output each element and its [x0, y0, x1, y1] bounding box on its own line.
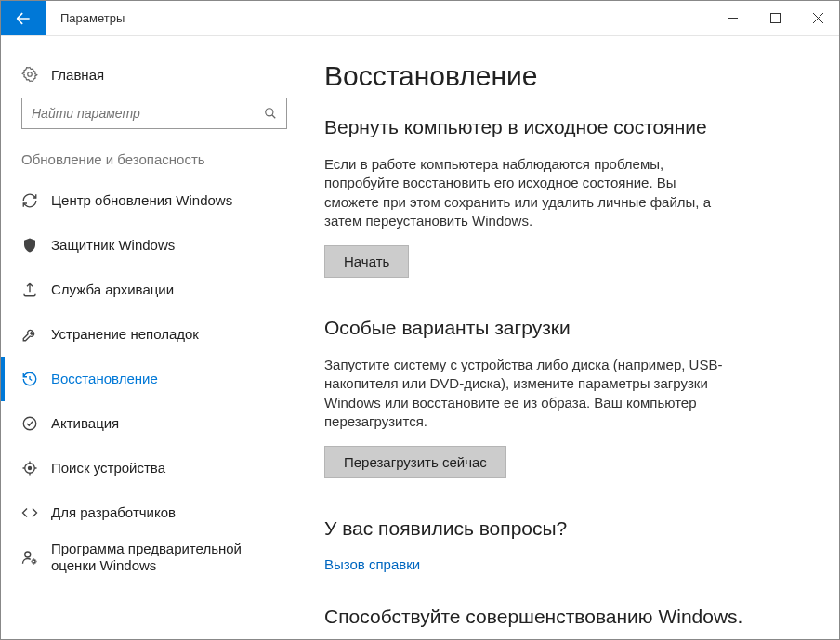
person-settings-icon: [21, 549, 38, 566]
sidebar-item-label: Активация: [51, 415, 119, 432]
sidebar-item-defender[interactable]: Защитник Windows: [1, 223, 308, 268]
sidebar-item-find-device[interactable]: Поиск устройства: [1, 446, 308, 490]
sidebar: Главная Обновление и безопасность Центр …: [1, 36, 308, 639]
sidebar-item-recovery[interactable]: Восстановление: [1, 357, 308, 401]
sidebar-item-label: Для разработчиков: [51, 504, 176, 521]
check-circle-icon: [21, 415, 38, 432]
close-icon: [813, 13, 823, 23]
sidebar-item-backup[interactable]: Служба архивации: [1, 268, 308, 312]
sidebar-item-label: Поиск устройства: [51, 460, 165, 477]
gear-icon: [21, 66, 38, 83]
sidebar-item-label: Защитник Windows: [51, 237, 175, 254]
page-title: Восстановление: [324, 60, 811, 92]
reset-start-button[interactable]: Начать: [324, 245, 409, 278]
close-button[interactable]: [796, 1, 839, 35]
main-content: Восстановление Вернуть компьютер в исход…: [308, 36, 839, 639]
sidebar-home-label: Главная: [51, 67, 104, 83]
sidebar-home[interactable]: Главная: [1, 59, 308, 98]
svg-point-5: [29, 467, 32, 470]
svg-point-6: [25, 552, 31, 557]
locate-icon: [21, 460, 38, 477]
upload-icon: [21, 281, 38, 298]
history-icon: [21, 371, 38, 387]
maximize-button[interactable]: [754, 1, 796, 35]
sidebar-item-label: Восстановление: [51, 371, 158, 387]
search-icon: [264, 107, 277, 120]
reset-pc-description: Если в работе компьютера наблюдаются про…: [324, 155, 733, 230]
minimize-button[interactable]: [711, 1, 754, 35]
questions-heading: У вас появились вопросы?: [324, 517, 811, 540]
arrow-left-icon: [14, 9, 33, 28]
sidebar-item-label: Программа предварительной оценки Windows: [51, 541, 287, 574]
advanced-startup-heading: Особые варианты загрузки: [324, 317, 811, 339]
sidebar-item-activation[interactable]: Активация: [1, 401, 308, 446]
sync-icon: [21, 192, 38, 209]
svg-point-2: [266, 109, 273, 116]
sidebar-item-label: Служба архивации: [51, 281, 174, 298]
back-button[interactable]: [1, 1, 46, 35]
maximize-icon: [770, 13, 781, 23]
improve-heading: Способствуйте совершенствованию Windows.: [324, 606, 811, 628]
wrench-icon: [21, 326, 38, 343]
get-help-link[interactable]: Вызов справки: [324, 556, 420, 572]
sidebar-item-label: Центр обновления Windows: [51, 192, 232, 209]
code-icon: [21, 504, 38, 521]
sidebar-group-header: Обновление и безопасность: [1, 151, 308, 178]
sidebar-item-windows-update[interactable]: Центр обновления Windows: [1, 178, 308, 223]
window-title: Параметры: [46, 1, 125, 35]
search-input[interactable]: [32, 106, 264, 121]
svg-point-7: [33, 560, 35, 563]
shield-icon: [21, 237, 38, 254]
sidebar-item-troubleshoot[interactable]: Устранение неполадок: [1, 312, 308, 357]
feedback-link[interactable]: Оставить отзыв: [324, 637, 427, 639]
minimize-icon: [728, 13, 738, 23]
svg-rect-0: [770, 14, 780, 23]
sidebar-item-label: Устранение неполадок: [51, 326, 199, 343]
sidebar-item-insider[interactable]: Программа предварительной оценки Windows: [1, 535, 308, 580]
sidebar-item-developers[interactable]: Для разработчиков: [1, 490, 308, 535]
svg-point-3: [23, 417, 36, 430]
titlebar: Параметры: [1, 1, 839, 36]
advanced-startup-description: Запустите систему с устройства либо диск…: [324, 356, 733, 431]
restart-now-button[interactable]: Перезагрузить сейчас: [324, 446, 506, 478]
svg-point-1: [28, 72, 33, 77]
reset-pc-heading: Вернуть компьютер в исходное состояние: [324, 116, 811, 138]
search-box[interactable]: [21, 98, 287, 129]
